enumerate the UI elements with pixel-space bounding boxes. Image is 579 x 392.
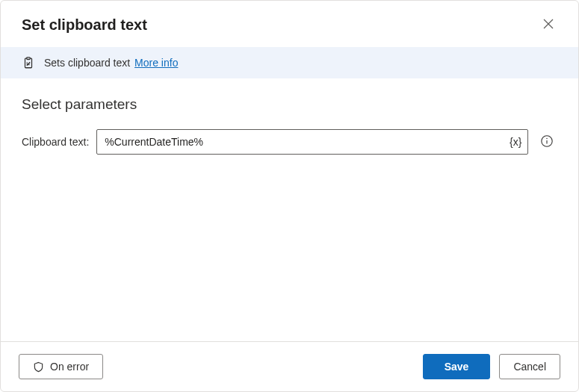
dialog-content: Select parameters Clipboard text: {x} — [1, 78, 578, 341]
svg-point-6 — [547, 137, 548, 138]
info-description: Sets clipboard text — [44, 57, 130, 69]
clipboard-edit-icon — [22, 56, 35, 69]
on-error-label: On error — [50, 361, 89, 373]
svg-rect-3 — [27, 57, 31, 60]
on-error-button[interactable]: On error — [19, 354, 103, 379]
insert-variable-button[interactable]: {x} — [506, 132, 525, 152]
field-row-clipboard-text: Clipboard text: {x} — [22, 129, 557, 155]
close-button[interactable] — [536, 13, 560, 37]
dialog-header: Set clipboard text — [1, 1, 578, 47]
section-title: Select parameters — [22, 96, 557, 113]
cancel-button[interactable]: Cancel — [499, 354, 560, 379]
input-wrapper: {x} — [96, 129, 528, 155]
clipboard-text-label: Clipboard text: — [22, 136, 89, 148]
help-button[interactable] — [539, 134, 555, 150]
footer-actions: Save Cancel — [423, 354, 560, 379]
info-icon — [540, 134, 554, 150]
dialog-title: Set clipboard text — [22, 16, 147, 34]
info-bar: Sets clipboard text More info — [1, 47, 578, 78]
dialog: Set clipboard text Sets clipboard text M… — [0, 0, 579, 392]
close-icon — [543, 19, 554, 31]
shield-icon — [33, 361, 44, 373]
dialog-footer: On error Save Cancel — [1, 341, 578, 391]
clipboard-text-input[interactable] — [96, 129, 528, 155]
info-text-wrap: Sets clipboard text More info — [44, 57, 178, 69]
more-info-link[interactable]: More info — [134, 57, 178, 69]
save-button[interactable]: Save — [423, 354, 491, 379]
